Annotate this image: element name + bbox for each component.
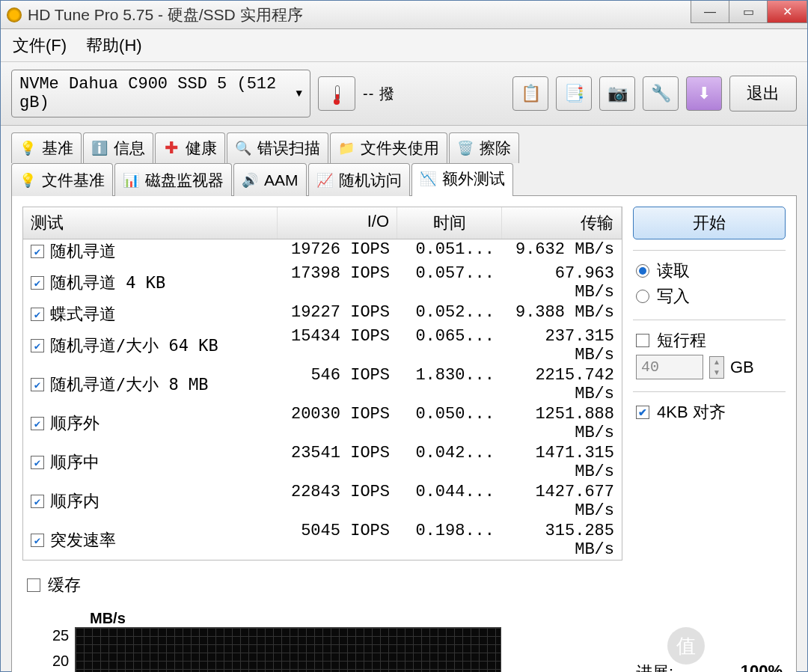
- tools-icon: 🔧: [651, 84, 671, 103]
- row-io: 19227 IOPS: [278, 302, 397, 326]
- row-transfer: 1427.677 MB/s: [502, 482, 622, 521]
- tab-健康[interactable]: 健康: [155, 132, 225, 163]
- maximize-button[interactable]: ▭: [729, 1, 768, 23]
- copy-all-button[interactable]: 📑: [556, 76, 592, 111]
- tab-信息[interactable]: 信息: [83, 132, 153, 163]
- row-checkbox[interactable]: [31, 245, 44, 258]
- tab-基准[interactable]: 基准: [11, 132, 82, 163]
- table-row[interactable]: 随机寻道 4 KB17398 IOPS0.057...67.963 MB/s: [23, 263, 622, 302]
- read-radio[interactable]: [636, 264, 649, 278]
- tab-AAM[interactable]: AAM: [233, 163, 307, 196]
- screenshot-button[interactable]: 📷: [599, 76, 635, 111]
- folder-icon: [338, 140, 355, 156]
- write-radio[interactable]: [636, 290, 649, 303]
- save-button[interactable]: ⬇: [686, 76, 722, 111]
- window-title: HD Tune Pro 5.75 - 硬盘/SSD 实用程序: [28, 4, 303, 25]
- row-name: 突发速率: [50, 529, 116, 552]
- short-stroke-checkbox[interactable]: [636, 334, 649, 347]
- start-button[interactable]: 开始: [633, 207, 786, 239]
- spin-down-icon: ▼: [710, 367, 723, 378]
- tab-额外测试[interactable]: 额外测试: [411, 163, 513, 196]
- row-transfer: 2215.742 MB/s: [502, 365, 622, 404]
- titlebar[interactable]: HD Tune Pro 5.75 - 硬盘/SSD 实用程序 — ▭ ✕: [1, 1, 807, 29]
- table-row[interactable]: 顺序内22843 IOPS0.044...1427.677 MB/s: [23, 482, 622, 521]
- temperature-button[interactable]: [318, 76, 355, 111]
- plus-icon: [163, 140, 180, 156]
- drive-select[interactable]: NVMe Dahua C900 SSD 5 (512 gB) ▼: [11, 70, 310, 117]
- row-checkbox[interactable]: [31, 495, 44, 508]
- row-transfer: 315.285 MB/s: [502, 521, 622, 560]
- table-row[interactable]: 随机寻道19726 IOPS0.051...9.632 MB/s: [23, 239, 622, 263]
- row-name: 随机寻道/大小 64 KB: [50, 335, 218, 357]
- row-transfer: 1251.888 MB/s: [502, 404, 622, 443]
- short-stroke-input[interactable]: [636, 355, 703, 379]
- trash-icon: [457, 140, 474, 156]
- copy-icon: 📋: [521, 84, 541, 103]
- chart-icon: [123, 172, 139, 189]
- tab-label: 健康: [186, 138, 217, 159]
- tab-label: 擦除: [480, 138, 511, 159]
- table-row[interactable]: 顺序中23541 IOPS0.042...1471.315 MB/s: [23, 443, 622, 482]
- copy-all-icon: 📑: [564, 84, 584, 103]
- tab-随机访问[interactable]: 随机访问: [308, 163, 410, 196]
- table-row[interactable]: 突发速率5045 IOPS0.198...315.285 MB/s: [23, 521, 622, 560]
- tab-label: 基准: [42, 138, 73, 159]
- tab-label: 额外测试: [442, 168, 505, 189]
- options-button[interactable]: 🔧: [643, 76, 679, 111]
- side-controls: 开始 读取 写入 短行程 ▲▼ GB 4KB 对齐 进展: [633, 207, 786, 672]
- camera-icon: 📷: [607, 84, 628, 103]
- menubar: 文件(F) 帮助(H): [1, 29, 807, 62]
- row-name: 顺序内: [50, 490, 100, 513]
- row-time: 0.065...: [397, 326, 502, 365]
- row-io: 22843 IOPS: [278, 482, 397, 521]
- cache-checkbox[interactable]: [27, 578, 40, 592]
- tab-label: 信息: [114, 138, 145, 159]
- download-icon: ⬇: [697, 84, 711, 103]
- y-tick: 25: [52, 627, 69, 644]
- row-checkbox[interactable]: [31, 308, 44, 321]
- exit-button[interactable]: 退出: [729, 76, 797, 112]
- tabs-row-top: 基准信息健康错误扫描文件夹使用擦除: [11, 132, 797, 162]
- row-checkbox[interactable]: [31, 456, 44, 469]
- row-checkbox[interactable]: [31, 276, 44, 290]
- row-checkbox[interactable]: [31, 339, 44, 352]
- results-table: 测试 I/O 时间 传输 随机寻道19726 IOPS0.051...9.632…: [22, 207, 622, 560]
- table-row[interactable]: 随机寻道/大小 64 KB15434 IOPS0.065...237.315 M…: [23, 326, 622, 365]
- copy-button[interactable]: 📋: [512, 76, 548, 111]
- row-transfer: 9.388 MB/s: [502, 302, 622, 326]
- row-checkbox[interactable]: [31, 378, 44, 391]
- minimize-button[interactable]: —: [691, 1, 729, 23]
- close-button[interactable]: ✕: [767, 1, 807, 23]
- row-name: 蝶式寻道: [50, 303, 116, 326]
- table-row[interactable]: 蝶式寻道19227 IOPS0.052...9.388 MB/s: [23, 302, 622, 326]
- col-transfer[interactable]: 传输: [502, 207, 622, 239]
- spin-buttons[interactable]: ▲▼: [709, 356, 724, 379]
- row-name: 顺序外: [50, 412, 100, 435]
- row-io: 20030 IOPS: [278, 404, 397, 443]
- row-transfer: 67.963 MB/s: [502, 263, 622, 302]
- tab-文件夹使用[interactable]: 文件夹使用: [330, 132, 447, 163]
- align-4kb-checkbox[interactable]: [636, 406, 649, 419]
- table-row[interactable]: 随机寻道/大小 8 MB546 IOPS1.830...2215.742 MB/…: [23, 365, 622, 404]
- tab-擦除[interactable]: 擦除: [449, 132, 519, 163]
- row-checkbox[interactable]: [31, 534, 44, 547]
- scan-icon: [235, 140, 251, 156]
- tab-磁盘监视器[interactable]: 磁盘监视器: [114, 163, 232, 196]
- tab-文件基准[interactable]: 文件基准: [11, 163, 113, 196]
- row-checkbox[interactable]: [31, 417, 44, 430]
- y-tick: 20: [52, 653, 69, 670]
- col-test[interactable]: 测试: [23, 207, 278, 239]
- row-time: 0.057...: [397, 263, 502, 302]
- col-time[interactable]: 时间: [397, 207, 502, 239]
- col-io[interactable]: I/O: [278, 207, 397, 239]
- tab-错误扫描[interactable]: 错误扫描: [227, 132, 328, 163]
- row-io: 546 IOPS: [278, 365, 397, 404]
- row-io: 5045 IOPS: [278, 521, 397, 560]
- row-time: 0.042...: [397, 443, 502, 482]
- table-row[interactable]: 顺序外20030 IOPS0.050...1251.888 MB/s: [23, 404, 622, 443]
- bulb-icon: [19, 140, 36, 156]
- menu-file[interactable]: 文件(F): [13, 34, 67, 57]
- row-time: 0.044...: [397, 482, 502, 521]
- random-icon: [316, 172, 333, 189]
- menu-help[interactable]: 帮助(H): [86, 34, 142, 57]
